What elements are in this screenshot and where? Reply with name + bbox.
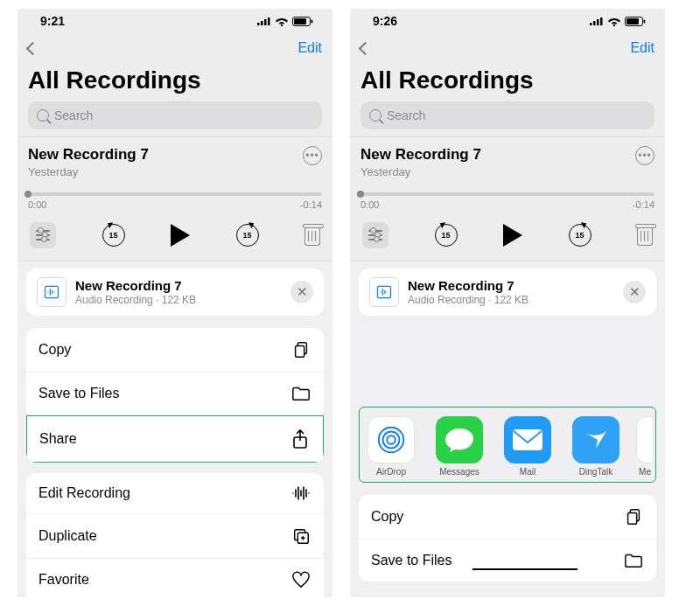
scrubber-thumb[interactable]	[24, 191, 32, 198]
skip-back-button[interactable]: 15	[435, 224, 458, 247]
menu-edit-recording[interactable]: Edit Recording	[26, 473, 324, 514]
menu-label: Share	[39, 431, 77, 447]
app-dingtalk[interactable]: DingTalk	[568, 416, 624, 477]
status-time: 9:26	[373, 14, 397, 28]
scrubber[interactable]	[360, 192, 654, 196]
recording-card: New Recording 7 Yesterday ••• 0:00 -0:14…	[350, 136, 665, 261]
share-file-row: New Recording 7 Audio Recording · 122 KB…	[26, 268, 324, 316]
app-label: Mail	[520, 467, 536, 477]
play-button[interactable]	[171, 224, 190, 247]
airdrop-icon	[368, 416, 415, 463]
svg-rect-2	[264, 19, 267, 25]
menu-label: Copy	[38, 342, 71, 358]
search-input[interactable]: Search	[360, 101, 654, 129]
duplicate-icon	[290, 526, 312, 546]
app-messages[interactable]: Messages	[431, 416, 487, 477]
ellipsis-icon: •••	[638, 150, 652, 162]
share-file-subtitle: Audio Recording · 122 KB	[75, 294, 282, 306]
dingtalk-icon	[572, 416, 620, 463]
status-icons	[257, 17, 313, 26]
app-label: DingTalk	[579, 467, 612, 477]
phone-left: 9:21 Edit All Recordings Search New Reco…	[18, 9, 332, 597]
search-icon	[37, 109, 49, 122]
signal-icon	[590, 17, 604, 25]
svg-rect-26	[513, 429, 542, 450]
share-file-subtitle: Audio Recording · 122 KB	[408, 294, 614, 306]
svg-rect-8	[46, 286, 59, 297]
svg-rect-15	[593, 21, 596, 25]
svg-point-24	[383, 432, 400, 449]
svg-rect-6	[294, 18, 306, 24]
folder-icon	[290, 385, 312, 402]
share-file-row: New Recording 7 Audio Recording · 122 KB…	[359, 268, 656, 316]
battery-icon	[292, 17, 313, 26]
redaction-line	[472, 568, 578, 570]
menu-group-1: Copy Save to Files	[359, 495, 656, 582]
menu-copy[interactable]: Copy	[359, 495, 656, 540]
back-button[interactable]	[28, 44, 38, 53]
edit-button[interactable]: Edit	[630, 40, 654, 56]
options-button[interactable]	[30, 222, 56, 248]
more-button[interactable]: •••	[303, 146, 322, 165]
close-share-button[interactable]: ✕	[623, 281, 646, 303]
scrubber[interactable]	[28, 192, 322, 196]
chevron-left-icon	[26, 41, 40, 55]
options-button[interactable]	[362, 222, 388, 248]
app-me[interactable]: Me	[636, 416, 654, 477]
svg-rect-21	[644, 19, 646, 23]
menu-copy[interactable]: Copy	[26, 328, 324, 373]
menu-duplicate[interactable]: Duplicate	[26, 514, 324, 559]
close-share-button[interactable]: ✕	[290, 281, 313, 303]
trash-icon	[637, 228, 653, 246]
edit-button[interactable]: Edit	[298, 40, 322, 56]
skip-forward-button[interactable]: 15	[236, 224, 259, 247]
menu-label: Duplicate	[38, 528, 97, 544]
audio-file-icon	[369, 277, 399, 307]
audio-file-icon	[37, 277, 66, 307]
svg-point-18	[613, 24, 615, 25]
share-file-title: New Recording 7	[75, 278, 282, 293]
menu-share[interactable]: Share	[26, 415, 324, 463]
search-placeholder: Search	[54, 108, 93, 122]
recording-subtitle: Yesterday	[28, 165, 149, 178]
share-apps-row: AirDrop Messages Mail DingTalk	[359, 407, 656, 483]
status-time: 9:21	[40, 14, 65, 28]
svg-rect-7	[312, 19, 313, 23]
back-button[interactable]	[360, 44, 370, 53]
sliders-icon	[368, 230, 382, 240]
copy-icon	[623, 507, 644, 526]
nav-bar: Edit	[18, 33, 332, 63]
messages-icon	[436, 416, 483, 463]
menu-label: Save to Files	[38, 386, 119, 401]
nav-bar: Edit	[350, 33, 665, 63]
svg-rect-0	[257, 23, 260, 25]
svg-point-4	[281, 24, 283, 25]
menu-favorite[interactable]: Favorite	[26, 559, 324, 597]
delete-button[interactable]	[304, 226, 320, 246]
app-airdrop[interactable]: AirDrop	[363, 416, 419, 477]
share-sheet: New Recording 7 Audio Recording · 122 KB…	[18, 261, 332, 597]
time-end: -0:14	[300, 199, 322, 210]
app-mail[interactable]: Mail	[500, 416, 556, 477]
skip-back-button[interactable]: 15	[102, 224, 125, 247]
search-placeholder: Search	[387, 108, 425, 122]
page-title: All Recordings	[18, 63, 332, 101]
menu-save-to-files[interactable]: Save to Files	[359, 540, 656, 582]
menu-save-to-files[interactable]: Save to Files	[26, 373, 324, 415]
delete-button[interactable]	[637, 226, 653, 246]
waveform-icon	[290, 485, 312, 501]
app-label: Me	[639, 467, 651, 477]
time-start: 0:00	[28, 199, 46, 210]
close-icon: ✕	[297, 284, 308, 300]
scrubber-thumb[interactable]	[357, 191, 364, 198]
skip-forward-button[interactable]: 15	[569, 224, 592, 247]
heart-icon	[290, 571, 312, 589]
phone-right: 9:26 Edit All Recordings Search New Reco…	[350, 9, 665, 597]
svg-rect-16	[597, 19, 599, 25]
chevron-left-icon	[359, 41, 373, 55]
menu-label: Copy	[371, 509, 403, 525]
search-input[interactable]: Search	[28, 101, 322, 129]
more-button[interactable]: •••	[635, 146, 654, 165]
share-sheet: New Recording 7 Audio Recording · 122 KB…	[350, 261, 665, 597]
play-button[interactable]	[503, 224, 522, 247]
